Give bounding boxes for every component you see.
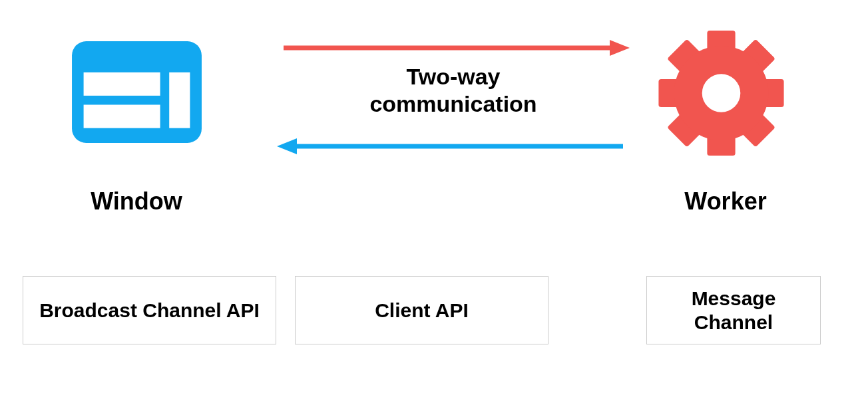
svg-rect-3 xyxy=(169,72,190,128)
communication-label-line1: Two-way xyxy=(406,64,500,89)
gear-icon xyxy=(657,29,785,157)
diagram-stage: Two-way communication Window Worker Broa… xyxy=(0,0,868,395)
communication-label: Two-way communication xyxy=(277,63,630,118)
window-icon xyxy=(72,41,202,143)
api-box-client-api: Client API xyxy=(295,276,548,344)
svg-marker-17 xyxy=(277,138,297,154)
api-box-message-channel: Message Channel xyxy=(646,276,821,344)
svg-rect-1 xyxy=(84,72,160,96)
svg-point-13 xyxy=(702,74,741,112)
api-box-broadcast-channel: Broadcast Channel API xyxy=(23,276,276,344)
api-box-label: Broadcast Channel API xyxy=(39,299,260,323)
svg-marker-15 xyxy=(610,40,630,56)
worker-label: Worker xyxy=(649,188,802,215)
window-label: Window xyxy=(40,188,233,215)
api-box-label: Message Channel xyxy=(654,287,813,334)
communication-label-line2: communication xyxy=(369,91,537,116)
api-box-label: Client API xyxy=(375,299,469,323)
svg-rect-2 xyxy=(84,105,160,128)
